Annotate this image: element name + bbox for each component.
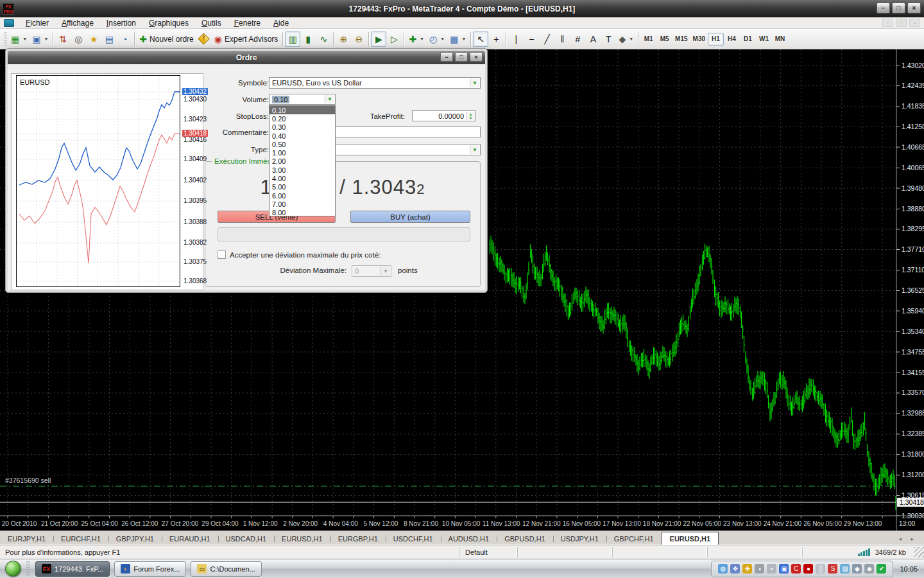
volume-option-5.00[interactable]: 5.00 — [270, 183, 335, 191]
taskbar-item-explorer[interactable]: ▭C:\Documen... — [191, 561, 261, 577]
volume-option-7.00[interactable]: 7.00 — [270, 200, 335, 208]
volume-option-4.00[interactable]: 4.00 — [270, 174, 335, 182]
menu-affichage[interactable]: Affichage — [55, 18, 100, 28]
volume-option-1.00[interactable]: 1.00 — [270, 148, 335, 157]
tray-stop-icon[interactable]: ● — [803, 564, 813, 574]
tray-skype-icon[interactable]: S — [828, 564, 837, 574]
chart-tab-gbpusd-h1[interactable]: GBPUSD,H1 — [497, 533, 553, 545]
timeframe-h4-button[interactable]: H4 — [724, 33, 740, 46]
dialog-maximize-button[interactable]: □ — [455, 52, 468, 62]
chart-tab-usdchf-h1[interactable]: USDCHF,H1 — [386, 533, 441, 545]
mdi-close-button[interactable]: × — [909, 19, 920, 27]
zoom-out-button[interactable]: ⊖ — [351, 31, 366, 47]
mdi-minimize-button[interactable]: − — [882, 19, 893, 27]
tray-check-icon[interactable]: ✔ — [877, 564, 886, 574]
timeframe-m1-button[interactable]: M1 — [640, 33, 656, 46]
volume-option-3.00[interactable]: 3.00 — [270, 166, 335, 174]
chart-tab-eurjpy-h1[interactable]: EURJPY,H1 — [0, 533, 53, 545]
max-deviation-combo[interactable]: 0 ▼ — [352, 265, 391, 277]
trendline-button[interactable]: ╱ — [539, 31, 554, 47]
auto-scroll-button[interactable]: ▶ — [371, 31, 386, 47]
buy-button[interactable]: BUY (achat) — [350, 211, 470, 223]
order-dialog-titlebar[interactable]: Ordre − □ × — [8, 51, 485, 64]
menu-graphiques[interactable]: Graphiques — [142, 18, 195, 28]
tray-globe-icon[interactable]: ◍ — [718, 564, 728, 574]
market-watch-button[interactable]: ⇅ — [55, 31, 71, 47]
tray-app-icon[interactable]: ☻ — [864, 564, 874, 574]
tray-cloud-icon[interactable]: ▒ — [816, 564, 825, 574]
takeprofit-field[interactable]: 0.00000 ▲▼ — [412, 110, 476, 121]
chevron-down-icon[interactable]: ▼ — [470, 145, 479, 154]
chevron-down-icon[interactable]: ▼ — [470, 78, 479, 87]
maximize-button[interactable]: □ — [892, 3, 905, 13]
chart-candles-button[interactable]: ▮ — [300, 31, 316, 47]
tray-usb-icon[interactable]: ⌁ — [767, 564, 776, 574]
chart-tab-eurchf-h1[interactable]: EURCHF,H1 — [53, 533, 108, 545]
tray-comodo-icon[interactable]: C — [791, 564, 801, 574]
profiles-button[interactable]: ▣▼ — [30, 31, 51, 47]
chart-tab-audusd-h1[interactable]: AUDUSD,H1 — [441, 533, 497, 545]
timeframe-m30-button[interactable]: M30 — [690, 33, 708, 46]
minimize-button[interactable]: − — [877, 3, 890, 13]
tray-network-icon[interactable]: ❖ — [730, 564, 740, 574]
volume-option-0.20[interactable]: 0.20 — [270, 114, 335, 123]
symbol-combo[interactable]: EURUSD, Euro vs US Dollar ▼ — [269, 77, 481, 89]
arrows-button[interactable]: ◆▼ — [616, 31, 636, 47]
expert-advisors-button[interactable]: ◉Expert Advisors — [212, 31, 281, 47]
max-deviation-checkbox[interactable] — [218, 250, 226, 259]
cursor-button[interactable]: ↖ — [473, 31, 488, 47]
volume-combo[interactable]: 0.10 ▼ — [269, 94, 336, 105]
menu-fichier[interactable]: Fichier — [19, 18, 55, 28]
chart-tab-gbpchf-h1[interactable]: GBPCHF,H1 — [606, 533, 662, 545]
vline-button[interactable]: | — [508, 31, 524, 47]
timeframe-w1-button[interactable]: W1 — [756, 33, 772, 46]
new-order-button[interactable]: ✚Nouvel ordre — [137, 31, 196, 47]
menu-insertion[interactable]: Insertion — [100, 18, 142, 28]
navigator-button[interactable]: ★ — [86, 31, 101, 47]
dialog-close-button[interactable]: × — [470, 52, 483, 62]
indicators-button[interactable]: ✚▼ — [406, 31, 427, 47]
label-button[interactable]: T — [601, 31, 616, 47]
chart-tab-eurusd-h1-active[interactable]: EURUSD,H1 — [662, 532, 719, 545]
volume-option-0.50[interactable]: 0.50 — [270, 140, 335, 148]
taskbar-item-fxpro[interactable]: FX1729443: FxP... — [35, 561, 110, 577]
spinner-icon[interactable]: ▲▼ — [466, 112, 475, 120]
templates-button[interactable]: ▩▼ — [447, 31, 468, 47]
alert-icon[interactable]: ! — [196, 31, 212, 47]
crosshair-button[interactable]: + — [488, 31, 504, 47]
tray-speaker-icon[interactable]: ◖ — [755, 564, 764, 574]
menu-aide[interactable]: Aide — [267, 18, 295, 28]
chart-tab-usdjpy-h1[interactable]: USDJPY,H1 — [553, 533, 606, 545]
volume-option-0.10[interactable]: 0.10 — [270, 106, 335, 114]
hline-button[interactable]: − — [524, 31, 539, 47]
fibonacci-button[interactable]: # — [570, 31, 585, 47]
chart-tab-usdcad-h1[interactable]: USDCAD,H1 — [218, 533, 275, 545]
periods-button[interactable]: ◴▼ — [427, 31, 447, 47]
tray-update-gears-icon[interactable]: ✚ — [742, 564, 752, 574]
start-button[interactable] — [5, 561, 21, 577]
timeframe-m15-button[interactable]: M15 — [672, 33, 690, 46]
menu-outils[interactable]: Outils — [195, 18, 228, 28]
data-window-button[interactable]: ◎ — [71, 31, 86, 47]
chart-tab-euraud-h1[interactable]: EURAUD,H1 — [162, 533, 218, 545]
tray-usb-stick-icon[interactable]: ◆ — [852, 564, 862, 574]
dialog-minimize-button[interactable]: − — [440, 52, 453, 62]
new-chart-button[interactable]: ▦▼ — [8, 31, 30, 47]
volume-option-2.00[interactable]: 2.00 — [270, 157, 335, 166]
tray-display-icon[interactable]: ▣ — [779, 564, 789, 574]
volume-dropdown-list[interactable]: 0.100.200.300.400.501.002.003.004.005.00… — [269, 105, 336, 216]
timeframe-d1-button[interactable]: D1 — [740, 33, 756, 46]
mdi-restore-button[interactable]: □ — [896, 19, 907, 27]
chart-tab-gbpjpy-h1[interactable]: GBPJPY,H1 — [108, 533, 162, 545]
chart-bars-button[interactable]: ▥ — [285, 31, 300, 47]
text-button[interactable]: A — [585, 31, 601, 47]
chart-tab-eurgbp-h1[interactable]: EURGBP,H1 — [330, 533, 386, 545]
taskbar-item-browser[interactable]: ◐Forum Forex... — [114, 561, 186, 577]
timeframe-m5-button[interactable]: M5 — [656, 33, 672, 46]
timeframe-h1-button[interactable]: H1 — [708, 33, 724, 46]
resize-grip[interactable] — [914, 547, 924, 557]
zoom-in-button[interactable]: ⊕ — [336, 31, 351, 47]
tab-scroll-arrows[interactable]: ◂ ▸ — [898, 536, 918, 542]
volume-option-8.00[interactable]: 8.00 — [270, 209, 335, 217]
chevron-down-icon[interactable]: ▼ — [325, 95, 334, 103]
